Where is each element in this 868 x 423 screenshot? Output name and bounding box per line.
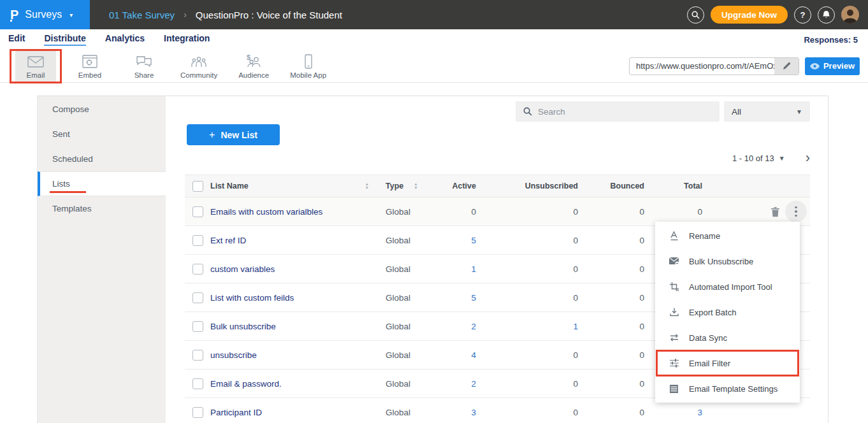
- active-count[interactable]: 1: [446, 264, 488, 274]
- survey-nav: EditDistributeAnalyticsIntegration Respo…: [0, 29, 868, 50]
- plus-icon: +: [209, 129, 215, 141]
- delete-icon[interactable]: [770, 206, 780, 217]
- search-input[interactable]: [538, 107, 712, 117]
- menu-item-email-filter[interactable]: Email Filter: [655, 350, 800, 376]
- active-count[interactable]: 2: [446, 379, 488, 389]
- bounced-count: 0: [583, 207, 647, 217]
- upgrade-now-button[interactable]: Upgrade Now: [711, 6, 788, 24]
- distribute-channels: Email Embed Share Community $ Audience M…: [15, 51, 329, 82]
- list-type: Global: [373, 322, 446, 331]
- notifications-button[interactable]: [818, 6, 835, 24]
- help-button[interactable]: ?: [794, 6, 811, 24]
- edit-url-button[interactable]: [774, 58, 799, 75]
- menu-item-data-sync[interactable]: Data Sync: [655, 325, 800, 350]
- nav-item-analytics[interactable]: Analytics: [105, 33, 145, 46]
- tool-item-embed[interactable]: Embed: [69, 51, 110, 82]
- unsubscribed-count: 0: [488, 236, 583, 245]
- menu-item-rename[interactable]: Rename: [655, 223, 800, 248]
- menu-item-export-batch[interactable]: Export Batch: [655, 299, 800, 325]
- new-list-button[interactable]: + New List: [187, 124, 280, 145]
- email-icon: [26, 53, 45, 70]
- sidebar-item-compose[interactable]: Compose: [38, 97, 166, 122]
- sidebar-item-sent[interactable]: Sent: [38, 122, 166, 147]
- nav-item-integration[interactable]: Integration: [164, 33, 210, 46]
- filter-dropdown-value: All: [732, 107, 741, 117]
- list-name-link[interactable]: Bulk unsubscribe: [210, 322, 276, 331]
- sidebar-item-scheduled[interactable]: Scheduled: [38, 147, 166, 171]
- list-type: Global: [373, 350, 446, 360]
- row-checkbox[interactable]: [192, 206, 203, 217]
- list-name-link[interactable]: List with custom feilds: [210, 293, 294, 303]
- active-count[interactable]: 4: [446, 350, 488, 360]
- product-switcher[interactable]: P Surveys ▾: [0, 0, 90, 29]
- row-checkbox[interactable]: [192, 292, 203, 303]
- questionpro-logo: P: [10, 8, 18, 21]
- mobile-app-icon: [299, 53, 318, 70]
- row-checkbox[interactable]: [192, 264, 203, 275]
- sidebar-item-templates[interactable]: Templates: [38, 196, 166, 221]
- tool-item-audience[interactable]: $ Audience: [233, 51, 274, 82]
- table-header: List Name ▲▼ Type ▲▼ Active Unsubscribed…: [185, 175, 810, 197]
- col-total: Total: [647, 182, 707, 190]
- active-count[interactable]: 3: [446, 408, 488, 417]
- list-name-link[interactable]: Email & password.: [210, 379, 282, 389]
- sidebar-item-label: Lists: [52, 179, 70, 189]
- list-name-link[interactable]: Emails with custom varialbles: [210, 207, 322, 217]
- col-type[interactable]: Type: [386, 182, 403, 190]
- tool-item-share[interactable]: Share: [124, 51, 164, 82]
- rename-icon: [669, 231, 679, 241]
- survey-url-field[interactable]: https://www.questionpro.com/t/AEmOx2: [629, 57, 799, 75]
- menu-item-automated-import-tool[interactable]: Automated Import Tool: [655, 274, 800, 299]
- nav-item-distribute[interactable]: Distribute: [44, 33, 85, 46]
- next-page-button[interactable]: ›: [806, 154, 810, 162]
- select-all-checkbox[interactable]: [192, 181, 203, 192]
- col-active: Active: [446, 182, 488, 190]
- nav-item-edit[interactable]: Edit: [8, 33, 25, 46]
- active-count[interactable]: 5: [446, 236, 488, 245]
- menu-item-label: Bulk Unsubscribe: [689, 257, 753, 266]
- avatar[interactable]: [841, 6, 859, 24]
- row-checkbox[interactable]: [192, 407, 203, 418]
- page: P Surveys ▾ 01 Take Survey › QuestionPro…: [0, 0, 868, 423]
- sort-icon[interactable]: ▲▼: [365, 182, 369, 190]
- col-list-name[interactable]: List Name: [210, 182, 249, 190]
- audience-icon: $: [244, 53, 263, 70]
- community-icon: [189, 53, 208, 70]
- tool-item-community[interactable]: Community: [178, 51, 220, 82]
- email-filter-icon: [669, 358, 679, 368]
- pagination-range[interactable]: 1 - 10 of 13: [732, 154, 774, 163]
- breadcrumb-survey-link[interactable]: 01 Take Survey: [109, 10, 175, 20]
- menu-item-label: Rename: [689, 231, 720, 241]
- preview-button[interactable]: Preview: [805, 57, 860, 75]
- filter-dropdown[interactable]: All ▼: [724, 101, 810, 122]
- row-checkbox[interactable]: [192, 235, 203, 246]
- active-count[interactable]: 5: [446, 293, 488, 303]
- eye-icon: [810, 63, 820, 69]
- tool-item-mobile-app[interactable]: Mobile App: [287, 51, 329, 82]
- row-checkbox[interactable]: [192, 321, 203, 332]
- list-name-link[interactable]: unsubscribe: [210, 350, 257, 360]
- share-icon: [134, 53, 154, 70]
- list-name-link[interactable]: custom variables: [210, 264, 275, 274]
- list-name-link[interactable]: Participant ID: [210, 408, 262, 417]
- embed-icon: [80, 53, 99, 70]
- tool-item-email[interactable]: Email: [15, 51, 56, 82]
- bounced-count: 0: [583, 264, 647, 274]
- sidebar-item-lists[interactable]: Lists: [38, 171, 166, 196]
- unsubscribed-count: 0: [488, 408, 583, 417]
- row-menu-button[interactable]: [785, 201, 807, 222]
- row-checkbox[interactable]: [192, 350, 203, 361]
- active-count[interactable]: 2: [446, 322, 488, 331]
- menu-item-bulk-unsubscribe[interactable]: Bulk Unsubscribe: [655, 248, 800, 274]
- pagination-caret-icon[interactable]: ▼: [779, 155, 785, 162]
- row-checkbox[interactable]: [192, 378, 203, 389]
- search-button[interactable]: [687, 6, 704, 24]
- toolbar-right: https://www.questionpro.com/t/AEmOx2 Pre…: [629, 57, 868, 75]
- active-count[interactable]: 0: [446, 207, 488, 217]
- row-actions-menu: Rename Bulk Unsubscribe Automated Import…: [655, 222, 800, 403]
- sort-icon[interactable]: ▲▼: [414, 182, 417, 190]
- list-name-link[interactable]: Ext ref ID: [210, 236, 246, 245]
- menu-item-email-template-settings[interactable]: Email Template Settings: [655, 376, 800, 401]
- filters-row: All ▼: [185, 101, 810, 122]
- data-sync-icon: [669, 333, 679, 342]
